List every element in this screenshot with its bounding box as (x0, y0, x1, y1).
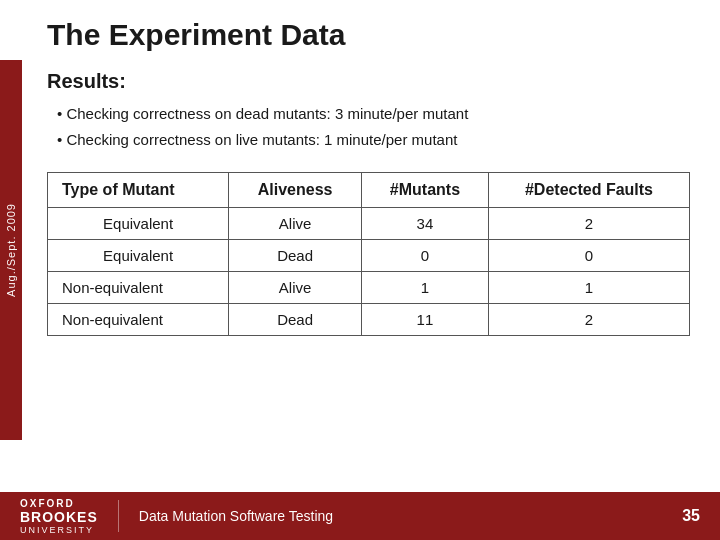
cell-faults-0: 2 (488, 208, 689, 240)
col-header-aliveness: Aliveness (229, 173, 362, 208)
cell-aliveness-0: Alive (229, 208, 362, 240)
footer-page-number: 35 (682, 507, 700, 525)
footer-logo: OXFORD BROOKES UNIVERSITY (20, 498, 98, 535)
results-label: Results: (47, 70, 690, 93)
footer: OXFORD BROOKES UNIVERSITY Data Mutation … (0, 492, 720, 540)
data-table: Type of Mutant Aliveness #Mutants #Detec… (47, 172, 690, 336)
cell-faults-2: 1 (488, 272, 689, 304)
slide-title: The Experiment Data (47, 18, 690, 52)
table-row: Equivalent Alive 34 2 (48, 208, 690, 240)
main-content: The Experiment Data Results: • Checking … (22, 0, 720, 540)
footer-divider (118, 500, 119, 532)
cell-type-2: Non-equivalent (48, 272, 229, 304)
table-row: Non-equivalent Dead 11 2 (48, 304, 690, 336)
cell-mutants-0: 34 (361, 208, 488, 240)
cell-type-1: Equivalent (48, 240, 229, 272)
cell-faults-3: 2 (488, 304, 689, 336)
cell-aliveness-1: Dead (229, 240, 362, 272)
slide: Aug./Sept. 2009 The Experiment Data Resu… (0, 0, 720, 540)
logo-university: UNIVERSITY (20, 525, 94, 535)
table-row: Equivalent Dead 0 0 (48, 240, 690, 272)
cell-aliveness-3: Dead (229, 304, 362, 336)
logo-oxford: OXFORD (20, 498, 75, 509)
bullet-item-2: • Checking correctness on live mutants: … (57, 129, 690, 150)
bullet-list: • Checking correctness on dead mutants: … (47, 103, 690, 150)
table-header-row: Type of Mutant Aliveness #Mutants #Detec… (48, 173, 690, 208)
cell-aliveness-2: Alive (229, 272, 362, 304)
cell-mutants-1: 0 (361, 240, 488, 272)
table-row: Non-equivalent Alive 1 1 (48, 272, 690, 304)
col-header-type: Type of Mutant (48, 173, 229, 208)
col-header-mutants: #Mutants (361, 173, 488, 208)
cell-type-3: Non-equivalent (48, 304, 229, 336)
sidebar-label: Aug./Sept. 2009 (5, 203, 17, 297)
cell-mutants-2: 1 (361, 272, 488, 304)
cell-mutants-3: 11 (361, 304, 488, 336)
cell-faults-1: 0 (488, 240, 689, 272)
col-header-faults: #Detected Faults (488, 173, 689, 208)
footer-title: Data Mutation Software Testing (139, 508, 682, 524)
cell-type-0: Equivalent (48, 208, 229, 240)
sidebar-strip: Aug./Sept. 2009 (0, 60, 22, 440)
logo-brookes: BROOKES (20, 509, 98, 525)
bullet-item-1: • Checking correctness on dead mutants: … (57, 103, 690, 124)
